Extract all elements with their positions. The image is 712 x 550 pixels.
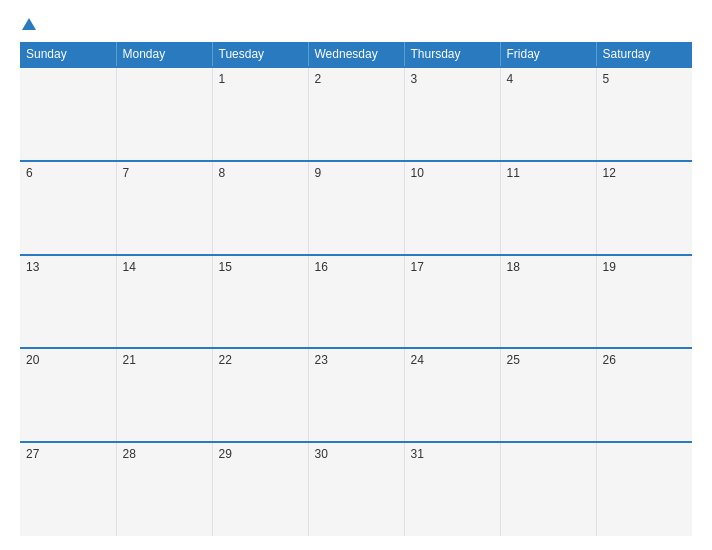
day-number: 5 xyxy=(603,72,610,86)
calendar-day-cell: 10 xyxy=(404,161,500,255)
day-number: 24 xyxy=(411,353,424,367)
day-number: 20 xyxy=(26,353,39,367)
weekday-header-saturday: Saturday xyxy=(596,42,692,67)
calendar-day-cell: 25 xyxy=(500,348,596,442)
calendar-day-cell: 13 xyxy=(20,255,116,349)
calendar-day-cell xyxy=(20,67,116,161)
calendar-day-cell: 16 xyxy=(308,255,404,349)
weekday-header-friday: Friday xyxy=(500,42,596,67)
day-number: 6 xyxy=(26,166,33,180)
calendar-table: SundayMondayTuesdayWednesdayThursdayFrid… xyxy=(20,42,692,536)
calendar-day-cell: 28 xyxy=(116,442,212,536)
calendar-day-cell: 2 xyxy=(308,67,404,161)
calendar-day-cell: 1 xyxy=(212,67,308,161)
calendar-day-cell: 22 xyxy=(212,348,308,442)
calendar-day-cell xyxy=(500,442,596,536)
calendar-day-cell: 12 xyxy=(596,161,692,255)
day-number: 14 xyxy=(123,260,136,274)
day-number: 15 xyxy=(219,260,232,274)
calendar-page: SundayMondayTuesdayWednesdayThursdayFrid… xyxy=(0,0,712,550)
day-number: 9 xyxy=(315,166,322,180)
day-number: 27 xyxy=(26,447,39,461)
calendar-day-cell: 21 xyxy=(116,348,212,442)
day-number: 19 xyxy=(603,260,616,274)
calendar-day-cell: 24 xyxy=(404,348,500,442)
day-number: 8 xyxy=(219,166,226,180)
calendar-day-cell: 11 xyxy=(500,161,596,255)
calendar-day-cell: 14 xyxy=(116,255,212,349)
weekday-header-sunday: Sunday xyxy=(20,42,116,67)
calendar-day-cell: 27 xyxy=(20,442,116,536)
weekday-header-monday: Monday xyxy=(116,42,212,67)
calendar-week-row: 20212223242526 xyxy=(20,348,692,442)
calendar-day-cell: 29 xyxy=(212,442,308,536)
weekday-header-thursday: Thursday xyxy=(404,42,500,67)
logo xyxy=(20,18,36,32)
logo-triangle-icon xyxy=(22,18,36,30)
day-number: 26 xyxy=(603,353,616,367)
calendar-day-cell: 9 xyxy=(308,161,404,255)
calendar-week-row: 12345 xyxy=(20,67,692,161)
calendar-week-row: 6789101112 xyxy=(20,161,692,255)
calendar-day-cell: 23 xyxy=(308,348,404,442)
calendar-day-cell: 19 xyxy=(596,255,692,349)
day-number: 12 xyxy=(603,166,616,180)
calendar-day-cell: 8 xyxy=(212,161,308,255)
day-number: 28 xyxy=(123,447,136,461)
day-number: 1 xyxy=(219,72,226,86)
day-number: 3 xyxy=(411,72,418,86)
day-number: 7 xyxy=(123,166,130,180)
calendar-day-cell xyxy=(116,67,212,161)
weekday-header-wednesday: Wednesday xyxy=(308,42,404,67)
calendar-day-cell: 17 xyxy=(404,255,500,349)
calendar-day-cell: 26 xyxy=(596,348,692,442)
calendar-day-cell: 3 xyxy=(404,67,500,161)
calendar-week-row: 2728293031 xyxy=(20,442,692,536)
day-number: 22 xyxy=(219,353,232,367)
day-number: 21 xyxy=(123,353,136,367)
calendar-day-cell: 31 xyxy=(404,442,500,536)
weekday-header-row: SundayMondayTuesdayWednesdayThursdayFrid… xyxy=(20,42,692,67)
calendar-header xyxy=(20,18,692,32)
day-number: 17 xyxy=(411,260,424,274)
day-number: 18 xyxy=(507,260,520,274)
day-number: 31 xyxy=(411,447,424,461)
calendar-day-cell: 20 xyxy=(20,348,116,442)
calendar-day-cell: 18 xyxy=(500,255,596,349)
day-number: 10 xyxy=(411,166,424,180)
day-number: 29 xyxy=(219,447,232,461)
day-number: 11 xyxy=(507,166,520,180)
weekday-header-tuesday: Tuesday xyxy=(212,42,308,67)
calendar-day-cell: 7 xyxy=(116,161,212,255)
day-number: 13 xyxy=(26,260,39,274)
calendar-day-cell: 4 xyxy=(500,67,596,161)
day-number: 16 xyxy=(315,260,328,274)
calendar-day-cell: 6 xyxy=(20,161,116,255)
day-number: 4 xyxy=(507,72,514,86)
calendar-day-cell: 30 xyxy=(308,442,404,536)
day-number: 25 xyxy=(507,353,520,367)
calendar-day-cell xyxy=(596,442,692,536)
day-number: 2 xyxy=(315,72,322,86)
calendar-day-cell: 5 xyxy=(596,67,692,161)
calendar-week-row: 13141516171819 xyxy=(20,255,692,349)
calendar-day-cell: 15 xyxy=(212,255,308,349)
day-number: 30 xyxy=(315,447,328,461)
day-number: 23 xyxy=(315,353,328,367)
